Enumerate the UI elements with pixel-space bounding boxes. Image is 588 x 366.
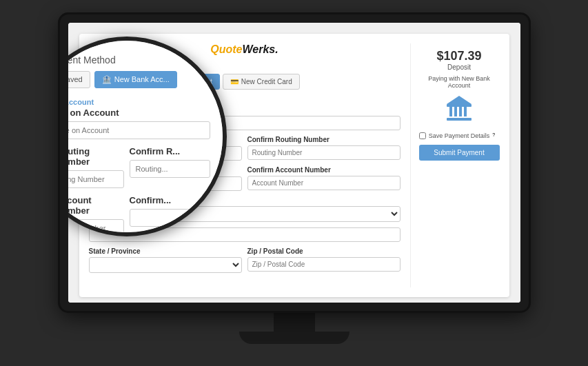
amount-display: $107.39 [436, 49, 481, 63]
confirm-account-label: Confirm Account Number [247, 166, 401, 174]
zoom-confirm-routing-col: Confirm R... [130, 146, 210, 195]
zoom-tab-new-bank-label: New Bank Acc... [114, 75, 170, 83]
svg-rect-5 [447, 104, 472, 107]
submit-payment-button[interactable]: Submit Payment [419, 145, 500, 161]
zoom-routing-input[interactable] [68, 170, 124, 188]
confirm-routing-col: Confirm Routing Number [247, 136, 401, 166]
zoom-confirm-routing-label: Confirm R... [130, 146, 210, 156]
summary-section: $107.39 Deposit Paying with New Bank Acc… [410, 43, 500, 287]
zoom-bank-label: Bank Account [68, 98, 210, 106]
save-payment-row: Save Payment Details ? [419, 132, 500, 139]
confirm-account-input[interactable] [247, 176, 401, 190]
zoom-tab-new-bank[interactable]: 🏦 New Bank Acc... [94, 71, 177, 88]
zoom-tab-saved[interactable]: 🖫 Saved [68, 71, 90, 88]
zip-col: Zip / Postal Code [247, 247, 401, 278]
zoom-name-input[interactable] [68, 121, 210, 139]
logo-werks: Werks. [243, 43, 278, 55]
paying-label: Paying with New Bank Account [419, 75, 500, 89]
save-payment-help-icon[interactable]: ? [492, 132, 499, 139]
svg-marker-6 [447, 96, 472, 104]
svg-rect-0 [447, 118, 472, 121]
confirm-routing-input[interactable] [247, 145, 401, 160]
confirm-account-col: Confirm Account Number [247, 166, 401, 196]
monitor-stand-neck [274, 311, 315, 332]
tab-new-credit-label: New Credit Card [241, 78, 292, 85]
save-payment-checkbox[interactable] [419, 132, 426, 139]
zoom-tabs: 🖫 Saved 🏦 New Bank Acc... [68, 71, 210, 88]
zoom-name-label: Name on Account [68, 108, 210, 118]
zoom-inner: Payment Method 🖫 Saved 🏦 New Bank Acc... [68, 41, 223, 232]
zoom-routing-col: ? Routing Number [68, 146, 124, 195]
monitor-screen: QuoteWerks. Choose Payment Method 🖫 Save… [68, 23, 520, 303]
zoom-tab-saved-label: Saved [68, 75, 83, 83]
state-zip-row: State / Province Zip / Postal Code [89, 247, 401, 278]
monitor-stand-base [239, 332, 349, 344]
zoom-routing-label: ? Routing Number [68, 146, 124, 167]
zoom-confirm-account-label: Confirm... [130, 195, 210, 205]
zoom-bank-icon: 🏦 [102, 75, 112, 84]
svg-rect-1 [449, 107, 452, 116]
deposit-label: Deposit [447, 63, 471, 71]
zip-label: Zip / Postal Code [247, 247, 401, 255]
monitor-wrap: QuoteWerks. Choose Payment Method 🖫 Save… [53, 14, 536, 352]
state-select[interactable] [89, 257, 242, 273]
state-label: State / Province [89, 247, 242, 255]
zoom-account-label: ? Account Number [68, 195, 124, 216]
zip-input[interactable] [247, 257, 401, 272]
zoom-routing-row: ? Routing Number Confirm R... [68, 146, 210, 195]
confirm-routing-label: Confirm Routing Number [247, 136, 401, 143]
svg-rect-3 [459, 107, 462, 116]
bank-building-icon [445, 94, 473, 125]
zoom-content: Payment Method 🖫 Saved 🏦 New Bank Acc... [68, 41, 223, 232]
save-payment-label: Save Payment Details [429, 132, 490, 139]
monitor-bezel: QuoteWerks. Choose Payment Method 🖫 Save… [60, 14, 529, 311]
credit-icon-tab: 💳 [230, 78, 239, 85]
zoom-confirm-routing-input[interactable] [130, 160, 210, 178]
state-col: State / Province [89, 247, 242, 278]
svg-rect-2 [454, 107, 457, 116]
logo-quote: Quote [210, 43, 242, 55]
svg-rect-4 [464, 107, 467, 116]
zoom-header-text: ayment Method [68, 54, 116, 65]
tab-new-credit[interactable]: 💳 New Credit Card [223, 74, 300, 90]
